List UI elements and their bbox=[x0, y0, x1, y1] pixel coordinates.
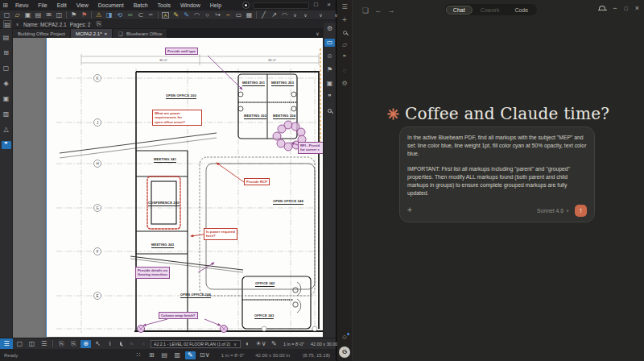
text-select-icon[interactable]: I bbox=[105, 340, 115, 348]
comments-panel-icon[interactable]: ❞ bbox=[324, 93, 335, 102]
chat-panel-icon[interactable]: ❞ bbox=[2, 141, 11, 149]
markup-callout-flooring[interactable]: Provide details on flooring transition bbox=[135, 267, 170, 279]
close-icon[interactable]: × bbox=[324, 1, 334, 9]
print-icon[interactable]: ▤ bbox=[33, 11, 43, 19]
markup-callout-rfi[interactable]: RFI - Provid for corner s bbox=[298, 142, 323, 154]
markup-callout-column-wrap[interactable]: Column wrap finish? bbox=[159, 312, 198, 319]
minimize-icon[interactable]: − bbox=[613, 4, 617, 12]
sync-icon[interactable]: ⟲ bbox=[114, 11, 125, 19]
menu-view[interactable]: View bbox=[72, 2, 93, 8]
search-icon[interactable] bbox=[343, 31, 347, 35]
close-icon[interactable]: × bbox=[635, 4, 639, 12]
arrow-line-icon[interactable]: ↗ bbox=[269, 11, 279, 19]
menu-document[interactable]: Document bbox=[93, 2, 129, 8]
menu-file[interactable]: File bbox=[33, 2, 52, 8]
tab-mcpa221[interactable]: MCPA2.2.1* × bbox=[71, 29, 113, 38]
menu-help[interactable]: Help bbox=[205, 2, 226, 8]
brightness-icon[interactable]: ☀∨ bbox=[254, 340, 267, 348]
flags-panel-icon[interactable]: ⚑ bbox=[324, 66, 335, 74]
line-icon[interactable]: ╱ bbox=[258, 11, 269, 19]
menu-tools[interactable]: Tools bbox=[153, 2, 175, 8]
model-selector[interactable]: Sonnet 4.6 ∨ bbox=[537, 206, 570, 214]
open-folder-icon[interactable]: ▱ bbox=[12, 11, 23, 19]
zoom-icon[interactable] bbox=[120, 342, 122, 346]
notification-icon[interactable]: ☺ bbox=[340, 334, 349, 342]
alert-icon[interactable]: ⚠ bbox=[93, 11, 104, 19]
back-icon[interactable]: ← bbox=[372, 6, 385, 15]
first-page-icon[interactable]: « bbox=[126, 340, 137, 348]
search-panel-icon[interactable] bbox=[328, 109, 332, 113]
cloud-markup-icon[interactable]: ◠ bbox=[192, 11, 202, 19]
previous-page-icon[interactable]: ‹ bbox=[138, 340, 149, 348]
bookmarks-icon[interactable]: ▥ bbox=[2, 110, 11, 118]
pencil-icon[interactable]: ✎ bbox=[171, 11, 181, 19]
contrast-icon[interactable]: ◐ bbox=[242, 340, 253, 348]
menu-icon[interactable]: ☰ bbox=[340, 3, 349, 11]
attach-plus-icon[interactable]: + bbox=[407, 206, 412, 214]
snap-icon[interactable]: ⊞ bbox=[147, 351, 157, 359]
chats-icon[interactable]: ❞ bbox=[340, 54, 349, 62]
email-icon[interactable]: ✉ bbox=[43, 11, 54, 19]
pen-mode-icon[interactable]: ✎ bbox=[185, 351, 196, 359]
measurements-icon[interactable]: △ bbox=[2, 126, 11, 134]
layers-toggle-icon[interactable]: ▥ bbox=[172, 351, 183, 359]
disable-markups-icon[interactable]: ✎ bbox=[269, 340, 279, 348]
polyline-icon[interactable]: ⌐ bbox=[223, 11, 233, 19]
tool-chest-icon[interactable]: ▣ bbox=[2, 95, 11, 103]
chevron-down-icon[interactable]: ∨ bbox=[316, 11, 326, 19]
text-box-icon[interactable]: A bbox=[162, 12, 169, 19]
composer-text-paragraph[interactable]: In the active Bluebeam PDF, find all mar… bbox=[407, 134, 587, 158]
composer-text-paragraph[interactable]: IMPORTANT: First list all markups includ… bbox=[407, 165, 587, 197]
titlebar-search-field[interactable] bbox=[253, 2, 309, 9]
menu-batch[interactable]: Batch bbox=[129, 2, 153, 8]
page-icon[interactable]: ▤ bbox=[3, 20, 11, 28]
markup-callout-rcp[interactable]: Provide RCP bbox=[244, 178, 270, 185]
chevron-down-icon[interactable]: ∨ bbox=[290, 11, 300, 19]
grid-icon[interactable]: ∷ bbox=[134, 351, 144, 359]
chevron-down-icon[interactable]: ∨ bbox=[300, 11, 311, 19]
save-panel-icon[interactable]: ▣ bbox=[324, 80, 335, 88]
page-right-icon[interactable]: ⎘ bbox=[68, 340, 79, 348]
tab-close-icon[interactable]: × bbox=[105, 31, 108, 36]
maximize-icon[interactable]: □ bbox=[311, 1, 321, 9]
arc-icon[interactable]: ◠ bbox=[279, 11, 290, 19]
ellipse-icon[interactable]: ○ bbox=[202, 11, 213, 19]
file-access-icon[interactable]: ▤ bbox=[2, 34, 11, 42]
markup-list-icon[interactable]: ☰ bbox=[0, 338, 13, 350]
markup-textbox-power-question[interactable]: What are power requirements for open off… bbox=[152, 110, 202, 126]
sign-icon[interactable]: ✒ bbox=[146, 11, 156, 19]
layers-icon[interactable]: ◈ bbox=[2, 80, 11, 88]
incognito-icon[interactable] bbox=[599, 6, 605, 10]
spaces-icon[interactable]: ⊞ bbox=[2, 49, 11, 57]
save-icon[interactable]: ▣ bbox=[23, 11, 33, 19]
arrow-icon[interactable]: ↪ bbox=[213, 11, 223, 19]
rectangle-icon[interactable]: ▭ bbox=[233, 11, 244, 19]
maximize-icon[interactable]: □ bbox=[625, 6, 628, 11]
pan-icon[interactable]: ⊕ bbox=[80, 340, 91, 348]
attachment-icon[interactable]: ⊂ bbox=[135, 11, 146, 19]
sidebar-toggle-icon[interactable]: ❏ bbox=[359, 6, 372, 15]
page-setup-icon[interactable]: ⎘ bbox=[93, 20, 104, 28]
page-mode-icon[interactable]: ▤ bbox=[159, 351, 170, 359]
menu-revu[interactable]: Revu bbox=[10, 2, 33, 8]
page-select-dropdown[interactable]: A2.2.1 - LEVEL 02 FLOOR PLAN (1 of 2) ∨ bbox=[151, 340, 241, 348]
media-icon[interactable]: ◨ bbox=[104, 11, 114, 19]
pdf-canvas[interactable]: KJH GFE bbox=[13, 38, 323, 338]
two-page-icon[interactable]: ◫ bbox=[27, 340, 37, 348]
tab-cowork[interactable]: Cowork bbox=[473, 6, 507, 15]
page-left-icon[interactable]: ⎘ bbox=[56, 340, 67, 348]
highlighter-icon[interactable]: ✎ bbox=[181, 11, 192, 19]
properties-panel-icon[interactable]: ▭ bbox=[324, 39, 335, 47]
menu-edit[interactable]: Edit bbox=[52, 2, 72, 8]
hyperlink-icon[interactable]: ∞ bbox=[125, 11, 135, 19]
composer[interactable]: In the active Bluebeam PDF, find all mar… bbox=[399, 127, 595, 222]
flag-status-icon[interactable]: ⚑ bbox=[79, 11, 89, 19]
tab-chat[interactable]: Chat bbox=[446, 6, 473, 15]
tab-bluebeam-office[interactable]: ❑ Bluebeam Office bbox=[113, 29, 167, 38]
continuous-view-icon[interactable]: ☰ bbox=[39, 340, 49, 348]
image-icon[interactable]: ▦ bbox=[244, 11, 254, 19]
tab-overflow-chevron-icon[interactable]: ∨ bbox=[312, 30, 323, 38]
projects-icon[interactable]: ▱ bbox=[340, 41, 349, 49]
markup-callout-power-required[interactable]: Is power required here? bbox=[204, 228, 237, 240]
floor-plan-page[interactable]: KJH GFE bbox=[46, 38, 323, 337]
